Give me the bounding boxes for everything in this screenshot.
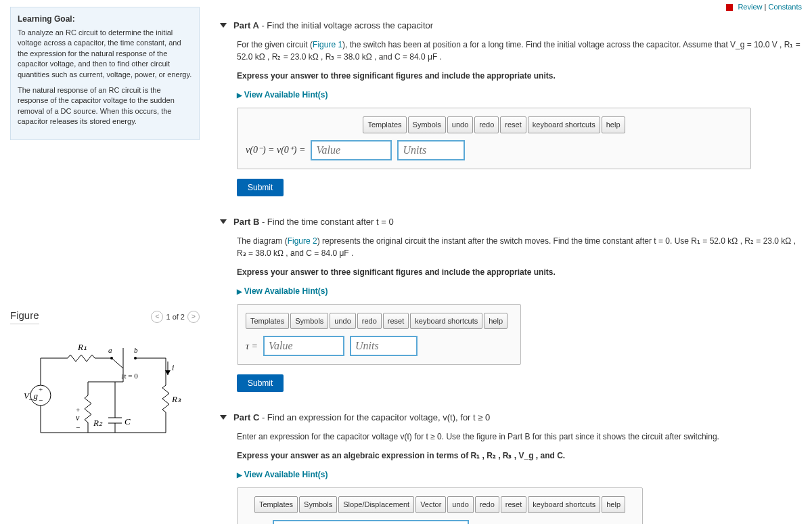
label-r1: R₁	[77, 342, 87, 352]
part-c-hints[interactable]: View Available Hint(s)	[237, 470, 328, 479]
tb-kbd-c[interactable]: keyboard shortcuts	[528, 496, 600, 513]
label-i: i	[172, 363, 174, 372]
label-r2: R₂	[93, 418, 103, 428]
top-links: Review | Constants	[726, 3, 802, 11]
tb-undo-c[interactable]: undo	[447, 496, 473, 513]
tb-help[interactable]: help	[602, 116, 625, 133]
part-c-prompt: Enter an expression for the capacitor vo…	[237, 431, 802, 443]
tb-kbd-b[interactable]: keyboard shortcuts	[410, 313, 482, 330]
part-b-express: Express your answer to three significant…	[237, 267, 556, 277]
part-a-toggle[interactable]	[220, 23, 227, 28]
label-a: a	[108, 346, 112, 354]
part-a-value-input[interactable]	[311, 140, 392, 160]
tb-symbols-b[interactable]: Symbols	[290, 313, 328, 330]
learning-goal-box: Learning Goal: To analyze an RC circuit …	[10, 7, 200, 140]
figure-title: Figure	[10, 309, 39, 324]
part-a-units-input[interactable]	[397, 140, 465, 160]
part-b-toggle[interactable]	[220, 219, 227, 224]
svg-text:−: −	[76, 423, 80, 431]
label-vg: V_g	[24, 391, 38, 401]
svg-line-6	[112, 358, 123, 368]
figure-1-link[interactable]: Figure 1	[313, 40, 342, 49]
label-c: C	[125, 416, 131, 427]
part-c-answer-box: Templates Symbols Slope/Displacement Vec…	[237, 487, 643, 524]
tb-redo[interactable]: redo	[474, 116, 499, 133]
tb-help-c[interactable]: help	[602, 496, 625, 513]
learning-goal-heading: Learning Goal:	[18, 14, 192, 24]
svg-text:+: +	[39, 385, 43, 393]
part-b-value-input[interactable]	[263, 336, 344, 356]
review-link[interactable]: Review	[738, 3, 762, 11]
tb-reset-b[interactable]: reset	[383, 313, 409, 330]
part-c: Part C - Find an expression for the capa…	[220, 412, 802, 524]
part-b-submit[interactable]: Submit	[237, 374, 284, 392]
part-c-title: Part C - Find an expression for the capa…	[233, 412, 490, 422]
part-c-unit: V	[535, 522, 543, 525]
part-c-value-input[interactable]	[273, 520, 469, 525]
tb-redo-b[interactable]: redo	[357, 313, 382, 330]
tb-symbols-c[interactable]: Symbols	[299, 496, 337, 513]
svg-text:−: −	[39, 396, 43, 404]
tb-vector-c[interactable]: Vector	[415, 496, 446, 513]
tb-redo-c[interactable]: redo	[475, 496, 499, 513]
part-a-submit[interactable]: Submit	[237, 179, 284, 196]
part-a-express: Express your answer to three significant…	[237, 71, 556, 81]
part-a-answer-box: Templates Symbols undo redo reset keyboa…	[237, 108, 751, 169]
figure-section: Figure < 1 of 2 > R₁	[10, 309, 200, 453]
part-b-eq: τ =	[246, 339, 258, 353]
part-a: Part A - Find the initial voltage across…	[220, 20, 802, 196]
figure-prev-button[interactable]: <	[151, 311, 163, 323]
part-c-express: Express your answer as an algebraic expr…	[237, 451, 565, 460]
tb-templates-c[interactable]: Templates	[254, 496, 298, 513]
tb-symbols[interactable]: Symbols	[408, 116, 446, 133]
label-v: v	[76, 413, 80, 422]
part-b-answer-box: Templates Symbols undo redo reset keyboa…	[237, 304, 521, 366]
flag-icon	[726, 4, 733, 11]
part-a-prompt: For the given circuit (Figure 1), the sw…	[237, 39, 802, 63]
learning-goal-p2: The natural response of an RC circuit is…	[18, 85, 192, 127]
label-r3: R₃	[171, 394, 181, 404]
tb-templates-b[interactable]: Templates	[246, 313, 289, 330]
figure-2-link[interactable]: Figure 2	[288, 236, 317, 246]
tb-undo-b[interactable]: undo	[330, 313, 355, 330]
tb-reset[interactable]: reset	[500, 116, 526, 133]
figure-next-button[interactable]: >	[187, 311, 200, 323]
part-b-prompt: The diagram (Figure 2) represents the or…	[237, 235, 802, 259]
label-b: b	[134, 346, 138, 354]
part-b-units-input[interactable]	[350, 336, 418, 356]
part-a-title: Part A - Find the initial voltage across…	[233, 20, 433, 30]
tb-slope-c[interactable]: Slope/Displacement	[338, 496, 414, 513]
part-a-eq: v(0⁻) = v(0⁺) =	[246, 143, 305, 157]
tb-kbd[interactable]: keyboard shortcuts	[528, 116, 600, 133]
tb-help-b[interactable]: help	[484, 313, 508, 330]
constants-link[interactable]: Constants	[768, 3, 802, 11]
circuit-diagram: R₁ a b ↓t = 0 i	[10, 338, 200, 453]
tb-undo[interactable]: undo	[447, 116, 473, 133]
part-a-hints[interactable]: View Available Hint(s)	[237, 90, 328, 100]
learning-goal-p1: To analyze an RC circuit to determine th…	[18, 28, 192, 80]
tb-reset-c[interactable]: reset	[501, 496, 526, 513]
part-b-title: Part B - Find the time constant after t …	[233, 217, 394, 227]
tb-templates[interactable]: Templates	[363, 116, 406, 133]
part-b-hints[interactable]: View Available Hint(s)	[237, 286, 328, 296]
part-b: Part B - Find the time constant after t …	[220, 217, 802, 393]
figure-counter: 1 of 2	[166, 313, 185, 321]
part-c-toggle[interactable]	[220, 415, 227, 420]
